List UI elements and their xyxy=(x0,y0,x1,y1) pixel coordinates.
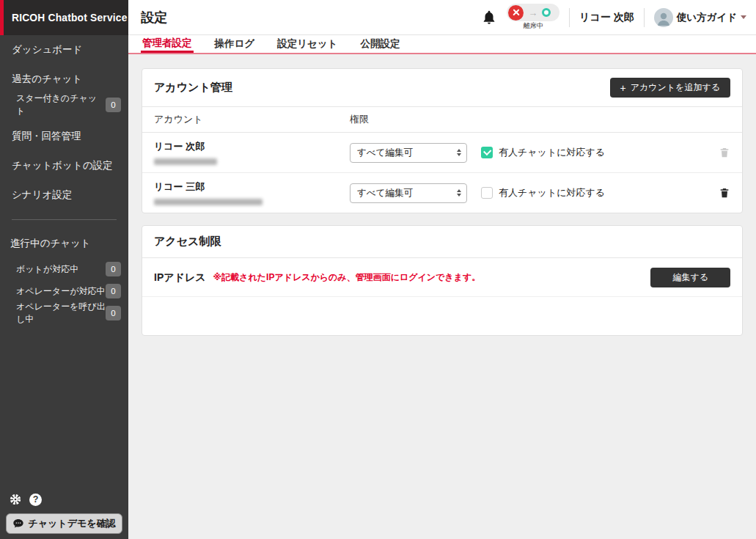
select-arrows-icon xyxy=(457,189,461,197)
chevron-down-icon xyxy=(741,15,746,19)
settings-tabbar: 管理者設定 操作ログ 設定リセット 公開設定 xyxy=(128,35,756,54)
settings-gear-icon[interactable] xyxy=(9,493,22,506)
add-account-button-label: アカウントを追加する xyxy=(631,81,720,94)
chat-demo-button[interactable]: チャットデモを確認 xyxy=(6,513,122,534)
tab-label: 設定リセット xyxy=(277,37,337,51)
sidebar-item-dashboard[interactable]: ダッシュボード xyxy=(0,35,128,65)
permission-selected-value: すべて編集可 xyxy=(357,147,413,159)
access-card-title: アクセス制限 xyxy=(154,235,221,249)
sidebar-item-qa-management[interactable]: 質問・回答管理 xyxy=(0,122,128,151)
column-permission: 権限 xyxy=(350,113,369,126)
account-row-2: リコー 三郎 すべて編集可 有人チャットに対応する xyxy=(142,173,742,213)
permission-selected-value: すべて編集可 xyxy=(357,187,413,199)
ip-address-row: IPアドレス ※記載されたIPアドレスからのみ、管理画面にログインできます。 編… xyxy=(142,258,742,297)
sidebar-item-scenario-settings[interactable]: シナリオ設定 xyxy=(0,180,128,210)
count-badge: 0 xyxy=(106,262,121,276)
edit-ip-button-label: 編集する xyxy=(672,271,708,284)
help-icon[interactable]: ? xyxy=(29,494,42,506)
arrow-right-icon: → xyxy=(528,8,537,18)
avatar xyxy=(654,8,673,27)
permission-select[interactable]: すべて編集可 xyxy=(350,183,467,203)
count-badge: 0 xyxy=(106,284,121,298)
delete-account-icon[interactable] xyxy=(719,146,730,159)
sidebar-item-label: 過去のチャット xyxy=(12,73,82,86)
sidebar: RICOH Chatbot Service ダッシュボード 過去のチャット スタ… xyxy=(0,0,128,539)
account-name: リコー 次郎 xyxy=(154,140,350,153)
sidebar-item-label: ボットが対応中 xyxy=(16,263,78,276)
checkbox-checked-icon xyxy=(481,147,493,158)
presence-status-label: 離席中 xyxy=(507,21,559,31)
status-online-icon xyxy=(542,8,551,17)
sidebar-nav: ダッシュボード 過去のチャット スター付きのチャット 0 質問・回答管理 チャッ… xyxy=(0,35,128,324)
tab-settings-reset[interactable]: 設定リセット xyxy=(276,35,339,53)
ip-address-note: ※記載されたIPアドレスからのみ、管理画面にログインできます。 xyxy=(213,271,481,284)
account-table-header: アカウント 権限 xyxy=(142,107,742,133)
notification-bell-icon[interactable] xyxy=(481,9,497,26)
sidebar-item-chatbot-settings[interactable]: チャットボットの設定 xyxy=(0,151,128,180)
checkbox-unchecked-icon xyxy=(481,187,493,199)
count-badge: 0 xyxy=(106,306,121,320)
sidebar-item-starred-chats[interactable]: スター付きのチャット 0 xyxy=(0,94,128,116)
select-arrows-icon xyxy=(457,149,461,156)
sidebar-item-label: チャットボットの設定 xyxy=(12,159,113,172)
usage-guide-label: 使い方ガイド xyxy=(677,11,737,24)
human-chat-checkbox-label: 有人チャットに対応する xyxy=(499,186,605,199)
sidebar-item-operator-handling[interactable]: オペレーターが対応中 0 xyxy=(0,280,128,302)
edit-ip-button[interactable]: 編集する xyxy=(650,268,730,287)
usage-guide-menu[interactable]: 使い方ガイド xyxy=(654,8,746,27)
header: 設定 → 離席中 リコー 次郎 xyxy=(128,0,756,35)
account-name: リコー 三郎 xyxy=(154,180,350,194)
ip-address-label: IPアドレス xyxy=(154,271,206,285)
count-badge: 0 xyxy=(106,98,121,112)
tab-label: 管理者設定 xyxy=(142,37,192,50)
sidebar-item-bot-handling[interactable]: ボットが対応中 0 xyxy=(0,258,128,280)
section-title-label: 進行中のチャット xyxy=(10,237,91,250)
human-chat-checkbox-label: 有人チャットに対応する xyxy=(499,146,605,159)
sidebar-item-operator-calling[interactable]: オペレーターを呼び出し中 0 xyxy=(0,302,128,324)
tab-label: 操作ログ xyxy=(215,37,255,51)
sidebar-item-label: 質問・回答管理 xyxy=(12,130,81,143)
column-account: アカウント xyxy=(154,113,350,126)
account-row-1: リコー 次郎 すべて編集可 有人チャットに対応する xyxy=(142,133,742,173)
human-chat-checkbox-row1[interactable]: 有人チャットに対応する xyxy=(481,146,605,159)
sidebar-footer: ? チャットデモを確認 xyxy=(0,493,128,534)
user-name: リコー 次郎 xyxy=(579,11,634,24)
sidebar-item-label: スター付きのチャット xyxy=(16,92,106,117)
chat-demo-button-label: チャットデモを確認 xyxy=(28,517,115,530)
header-divider xyxy=(644,8,645,27)
presence-toggle[interactable]: → 離席中 xyxy=(507,4,559,31)
sidebar-item-label: オペレーターを呼び出し中 xyxy=(16,301,106,326)
redacted-email xyxy=(154,158,217,165)
sidebar-section-ongoing-chats[interactable]: 進行中のチャット xyxy=(0,229,128,258)
access-card-empty-area xyxy=(142,297,742,335)
add-account-button[interactable]: + アカウントを追加する xyxy=(610,78,730,98)
sidebar-divider xyxy=(12,219,117,220)
app-window: RICOH Chatbot Service ダッシュボード 過去のチャット スタ… xyxy=(0,0,756,539)
access-restriction-card: アクセス制限 IPアドレス ※記載されたIPアドレスからのみ、管理画面にログイン… xyxy=(142,225,743,336)
account-management-card: アカウント管理 + アカウントを追加する アカウント 権限 リコー 次郎 すべて… xyxy=(142,68,743,213)
tab-publish-settings[interactable]: 公開設定 xyxy=(359,35,401,53)
sidebar-item-label: オペレーターが対応中 xyxy=(16,285,105,298)
page-title: 設定 xyxy=(128,9,167,26)
header-divider xyxy=(569,8,570,27)
redacted-email xyxy=(154,199,263,205)
speech-bubble-icon xyxy=(12,518,24,529)
account-card-title: アカウント管理 xyxy=(154,81,232,95)
status-away-icon xyxy=(508,5,524,21)
tab-operation-log[interactable]: 操作ログ xyxy=(213,35,257,53)
sidebar-item-past-chats[interactable]: 過去のチャット xyxy=(0,65,128,94)
tab-label: 公開設定 xyxy=(360,37,400,51)
tab-admin-settings[interactable]: 管理者設定 xyxy=(141,35,194,53)
permission-select[interactable]: すべて編集可 xyxy=(350,143,467,163)
app-logo: RICOH Chatbot Service xyxy=(0,0,128,35)
sidebar-item-label: ダッシュボード xyxy=(12,43,82,56)
plus-icon: + xyxy=(620,83,626,93)
human-chat-checkbox-row2[interactable]: 有人チャットに対応する xyxy=(481,186,605,199)
main-content: アカウント管理 + アカウントを追加する アカウント 権限 リコー 次郎 すべて… xyxy=(128,56,756,539)
sidebar-item-label: シナリオ設定 xyxy=(12,188,72,202)
delete-account-icon[interactable] xyxy=(719,186,730,199)
